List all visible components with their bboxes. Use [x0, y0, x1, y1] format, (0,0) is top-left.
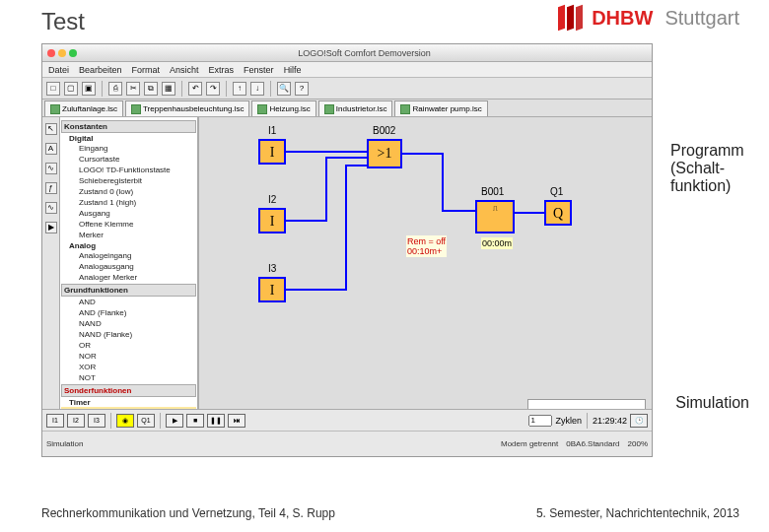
tree-item[interactable]: Zustand 1 (high) [61, 197, 196, 208]
cycles-label: Zyklen [555, 416, 582, 426]
text-icon[interactable]: A [45, 143, 57, 155]
tree-item[interactable]: Schieberegisterbit [61, 175, 196, 186]
function-icon[interactable]: ƒ [45, 182, 57, 194]
tree-group-timer[interactable]: Timer [61, 397, 196, 407]
tree-item[interactable]: AND [61, 297, 196, 307]
new-icon[interactable]: □ [46, 82, 60, 96]
block-label-q1: Q1 [550, 186, 563, 197]
clock-icon[interactable]: 🕒 [630, 414, 648, 428]
block-label-i2: I2 [268, 194, 276, 205]
tree-item[interactable]: XOR [61, 362, 196, 372]
redo-icon[interactable]: ↷ [206, 82, 220, 96]
help-icon[interactable]: ? [295, 82, 309, 96]
simulate-icon[interactable]: ▶ [45, 222, 57, 233]
tree-item[interactable]: Cursortaste [61, 154, 196, 165]
tab-rainwater[interactable]: Rainwater pump.lsc [394, 100, 487, 116]
wire [286, 151, 367, 153]
open-icon[interactable]: ▢ [64, 82, 78, 96]
menu-ansicht[interactable]: Ansicht [170, 65, 199, 75]
block-or-gate[interactable]: >1 [367, 139, 402, 168]
zoom-tool-icon[interactable]: 🔍 [277, 82, 291, 96]
tab-heizung[interactable]: Heizung.lsc [251, 100, 315, 116]
upload-icon[interactable]: ↑ [233, 82, 246, 96]
tree-item[interactable]: OR [61, 340, 196, 351]
block-input-i2[interactable]: I [258, 208, 286, 233]
block-label-b002: B002 [373, 125, 395, 136]
tab-zuluftanlage[interactable]: Zuluftanlage.lsc [44, 100, 123, 116]
wire [402, 153, 442, 155]
zoom-status[interactable]: 200% [628, 439, 648, 448]
tree-group-analog[interactable]: Analog [61, 240, 196, 250]
tree-root-sonder[interactable]: Sonderfunktionen [61, 384, 196, 397]
wire [515, 212, 544, 214]
download-icon[interactable]: ↓ [250, 82, 264, 96]
tree-root-konstanten[interactable]: Konstanten [61, 120, 196, 133]
tree-item[interactable]: NOR [61, 351, 196, 362]
status-tab-simulation[interactable]: Simulation [46, 439, 83, 448]
diagram-canvas[interactable]: I1 I2 I3 B002 B001 Q1 I I I >1 ⎍ Q [198, 117, 652, 432]
sim-pause-icon[interactable]: ❚❚ [207, 414, 225, 428]
brand-city: Stuttgart [664, 7, 739, 30]
sim-step-icon[interactable]: ⏭ [228, 414, 245, 428]
annotation-programm: Programm (Schalt-funktion) [670, 142, 749, 195]
copy-icon[interactable]: ⧉ [144, 82, 158, 96]
tree-item[interactable]: LOGO! TD-Funktionstaste [61, 165, 196, 175]
tree-item[interactable]: Ausgang [61, 208, 196, 219]
pointer-icon[interactable]: ↖ [45, 123, 57, 135]
menu-bearbeiten[interactable]: Bearbeiten [79, 65, 122, 75]
tree-item[interactable]: Merker [61, 230, 196, 240]
sim-input-i1[interactable]: I1 [46, 414, 64, 428]
connector-icon[interactable]: ∿ [45, 163, 57, 174]
tree-item[interactable]: Eingang [61, 143, 196, 154]
profile-status: 0BA6.Standard [566, 439, 619, 448]
close-icon[interactable] [47, 49, 55, 57]
save-icon[interactable]: ▣ [82, 82, 96, 96]
separator [102, 81, 103, 97]
menu-fenster[interactable]: Fenster [244, 65, 274, 75]
menu-datei[interactable]: Datei [48, 65, 69, 75]
sim-input-i2[interactable]: I2 [67, 414, 85, 428]
menu-extras[interactable]: Extras [209, 65, 235, 75]
wire [442, 210, 475, 212]
paste-icon[interactable]: ▦ [162, 82, 175, 96]
tree-item[interactable]: Analoger Merker [61, 272, 196, 283]
block-input-i1[interactable]: I [258, 139, 286, 165]
window-controls[interactable] [47, 49, 77, 57]
analog-icon[interactable]: ∿ [45, 202, 57, 214]
block-output-q1[interactable]: Q [544, 200, 572, 226]
tree-item[interactable]: NAND [61, 318, 196, 329]
zoom-icon[interactable] [69, 49, 77, 57]
tree-item[interactable]: Analogeingang [61, 250, 196, 261]
brand: DHBW Stuttgart [558, 6, 739, 30]
tree-item[interactable]: NAND (Flanke) [61, 329, 196, 340]
cut-icon[interactable]: ✂ [126, 82, 140, 96]
tree-root-grundfunktionen[interactable]: Grundfunktionen [61, 284, 196, 297]
tree-group-digital[interactable]: Digital [61, 133, 196, 143]
sim-input-i3[interactable]: I3 [88, 414, 105, 428]
tree-item[interactable]: Offene Klemme [61, 219, 196, 230]
status-area: I1 I2 I3 ◉ Q1 ▶ ■ ❚❚ ⏭ Zyklen 21:29:42 🕒… [42, 409, 652, 456]
tree-item[interactable]: Zustand 0 (low) [61, 186, 196, 197]
sim-play-icon[interactable]: ▶ [166, 414, 183, 428]
tree-item[interactable]: AND (Flanke) [61, 307, 196, 318]
minimize-icon[interactable] [58, 49, 66, 57]
menubar[interactable]: Datei Bearbeiten Format Ansicht Extras F… [42, 62, 652, 78]
block-input-i3[interactable]: I [258, 277, 286, 302]
menu-hilfe[interactable]: Hilfe [284, 65, 302, 75]
menu-format[interactable]: Format [132, 65, 161, 75]
sim-stop-icon[interactable]: ■ [186, 414, 204, 428]
tab-treppenhaus[interactable]: Treppenhausbeleuchtung.lsc [125, 100, 249, 116]
print-icon[interactable]: ⎙ [108, 82, 122, 96]
app-window: LOGO!Soft Comfort Demoversion Datei Bear… [41, 43, 653, 457]
block-tree[interactable]: Konstanten Digital Eingang Cursortaste L… [60, 117, 198, 432]
block-timer[interactable]: ⎍ [475, 200, 515, 233]
wire [325, 157, 367, 159]
cycles-input[interactable] [528, 415, 552, 427]
tab-industrietor[interactable]: Industrietor.lsc [318, 100, 393, 116]
tree-item[interactable]: Analogausgang [61, 261, 196, 272]
tree-item[interactable]: NOT [61, 372, 196, 383]
slide-title: Test [41, 8, 85, 35]
undo-icon[interactable]: ↶ [188, 82, 202, 96]
simulation-toolbar: I1 I2 I3 ◉ Q1 ▶ ■ ❚❚ ⏭ Zyklen 21:29:42 🕒 [42, 410, 652, 432]
separator [110, 413, 111, 429]
